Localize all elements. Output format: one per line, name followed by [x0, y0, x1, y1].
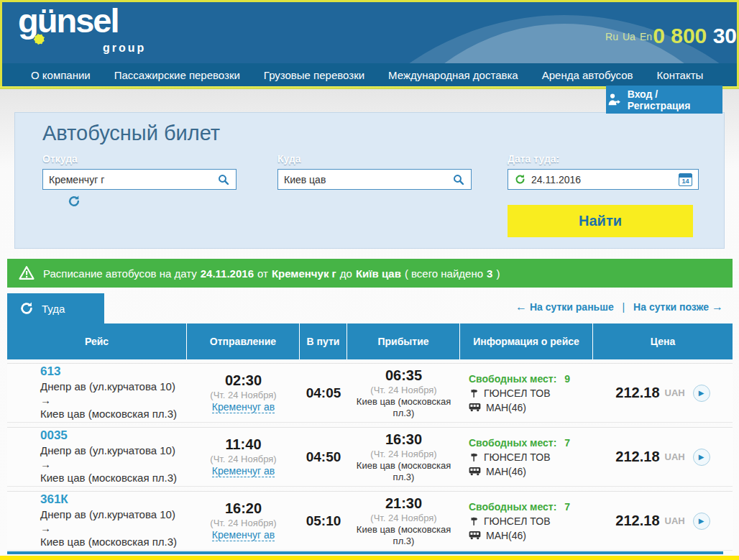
- search-submit-button[interactable]: Найти: [508, 205, 693, 237]
- tab-tuda[interactable]: Туда: [7, 293, 104, 323]
- arrival-time: 16:30: [385, 431, 422, 448]
- logo-globe-icon: [34, 34, 45, 45]
- phone-part-1: 0 800: [653, 24, 707, 47]
- flight-number-link[interactable]: 361К: [40, 492, 187, 507]
- table-row: 613 Днепр ав (ул.курчатова 10) → Киев ца…: [7, 363, 733, 423]
- next-day-arrow-icon[interactable]: →: [712, 300, 723, 313]
- seats-count: 9: [564, 373, 570, 385]
- header-arrival: Прибытие: [347, 323, 460, 359]
- bus-icon: [469, 531, 481, 540]
- to-input[interactable]: Киев цав: [277, 169, 472, 190]
- price-value: 212.18: [615, 385, 659, 401]
- from-label: Откуда: [42, 153, 78, 165]
- lang-ru-link[interactable]: Ru: [605, 31, 618, 42]
- banner-text-1: Расписание автобусов на дату: [43, 267, 197, 280]
- departure-time: 16:20: [225, 500, 262, 517]
- nav-item-passenger[interactable]: Пассажирские перевозки: [114, 69, 240, 81]
- expand-details-icon[interactable]: ▶: [693, 385, 710, 402]
- results-table-header: Рейс Отправление В пути Прибытие Информа…: [7, 323, 733, 359]
- flight-number-link[interactable]: 613: [40, 364, 187, 379]
- departure-station-link[interactable]: Кременчуг ав: [212, 465, 275, 477]
- carrier-name: ГЮНСЕЛ ТОВ: [484, 515, 551, 527]
- travel-duration: 04:50: [306, 449, 341, 465]
- banner-text-4: ( всего найдено: [405, 267, 483, 280]
- bus-model: МАН(46): [486, 402, 526, 413]
- table-bottom-divider: [7, 551, 723, 554]
- header-flight: Рейс: [7, 323, 187, 359]
- seats-count: 7: [564, 501, 570, 513]
- header-info: Информация о рейсе: [460, 323, 593, 359]
- date-input[interactable]: 24.11.2016 14: [508, 169, 699, 190]
- expand-details-icon[interactable]: ▶: [693, 449, 710, 466]
- page-top-border: [0, 0, 739, 2]
- route-line-2: Киев цав (московская пл.3): [40, 408, 187, 421]
- travel-duration: 04:05: [306, 385, 341, 401]
- lang-en-link[interactable]: En: [640, 31, 652, 42]
- arrival-date: (Чт. 24 Ноября): [370, 513, 436, 523]
- arrival-station: Киев цав (московская пл.3): [350, 460, 458, 482]
- price-currency: UAH: [665, 387, 685, 398]
- banner-to: Київ цав: [356, 267, 401, 280]
- date-value: 24.11.2016: [531, 174, 679, 185]
- departure-station-link[interactable]: Кременчуг ав: [212, 401, 275, 413]
- next-day-link[interactable]: На сутки позже: [633, 301, 709, 313]
- departure-date: (Чт. 24 Ноября): [210, 390, 276, 400]
- arrival-time: 21:30: [385, 495, 422, 512]
- departure-date: (Чт. 24 Ноября): [210, 518, 276, 528]
- bus-icon: [469, 467, 481, 476]
- seats-label: Свободных мест:: [469, 501, 556, 513]
- page: günsel group RuUaEn 0 800 30 О компании …: [0, 0, 739, 560]
- from-input[interactable]: Кременчуг г: [42, 169, 237, 190]
- login-register-button[interactable]: Вход / Регистрация: [606, 86, 722, 114]
- price-value: 212.18: [615, 449, 659, 465]
- masthead: günsel group RuUaEn 0 800 30: [0, 2, 739, 63]
- seats-count: 7: [564, 437, 570, 449]
- price-value: 212.18: [615, 513, 659, 529]
- bus-model: МАН(46): [486, 530, 526, 541]
- departure-station-link[interactable]: Кременчуг ав: [212, 529, 275, 541]
- ticket-search-panel: Автобусный билет Откуда Кременчуг г Куда…: [14, 112, 725, 249]
- expand-details-icon[interactable]: ▶: [693, 513, 710, 530]
- phone-number: 0 800 30: [653, 24, 737, 48]
- results-table-body: 613 Днепр ав (ул.курчатова 10) → Киев ца…: [7, 363, 733, 555]
- content: Вход / Регистрация Автобусный билет Отку…: [0, 89, 739, 556]
- prev-day-link[interactable]: На сутки раньше: [530, 301, 614, 313]
- price-currency: UAH: [665, 515, 685, 526]
- calendar-icon[interactable]: 14: [679, 173, 692, 186]
- lang-ua-link[interactable]: Ua: [623, 31, 635, 42]
- nav-item-about[interactable]: О компании: [31, 69, 91, 81]
- arrival-date: (Чт. 24 Ноября): [370, 385, 436, 395]
- header-duration: В пути: [300, 323, 347, 359]
- banner-text-5: ): [496, 267, 500, 280]
- language-switcher: RuUaEn: [601, 31, 652, 42]
- table-row: 361К Днепр ав (ул.курчатова 10) → Киев ц…: [7, 491, 733, 551]
- calendar-day: 14: [681, 178, 689, 185]
- nav-item-international[interactable]: Международная доставка: [388, 69, 518, 81]
- arrival-date: (Чт. 24 Ноября): [370, 449, 436, 459]
- logo-text: günsel: [18, 4, 118, 37]
- arrival-station: Киев цав (московская пл.3): [350, 524, 458, 546]
- nav-item-cargo[interactable]: Грузовые перевозки: [264, 69, 364, 81]
- nav-item-contacts[interactable]: Контакты: [657, 69, 704, 81]
- banner-text-3: до: [340, 267, 352, 280]
- tab-tuda-label: Туда: [42, 303, 65, 315]
- nav-item-rental[interactable]: Аренда автобусов: [542, 69, 633, 81]
- prev-day-arrow-icon[interactable]: ←: [515, 300, 527, 313]
- search-icon[interactable]: [217, 173, 230, 186]
- day-navigation: ← На сутки раньше | На сутки позже →: [515, 300, 723, 313]
- route-line-2: Киев цав (московская пл.3): [40, 472, 187, 485]
- flight-number-link[interactable]: 0035: [40, 428, 187, 443]
- table-row: 0035 Днепр ав (ул.курчатова 10) → Киев ц…: [7, 427, 733, 487]
- header-departure: Отправление: [187, 323, 300, 359]
- route-line-1: Днепр ав (ул.курчатова 10) →: [40, 380, 187, 408]
- refresh-date-icon[interactable]: [514, 173, 526, 185]
- banner-text-2: от: [257, 267, 268, 280]
- swap-stations-icon[interactable]: [67, 194, 81, 211]
- search-icon[interactable]: [452, 173, 465, 186]
- carrier-name: ГЮНСЕЛ ТОВ: [484, 451, 551, 463]
- logo[interactable]: günsel group: [18, 4, 118, 37]
- bus-icon: [469, 403, 481, 412]
- signpost-icon: [469, 516, 479, 526]
- to-value: Киев цав: [284, 174, 452, 185]
- header-price: Цена: [593, 323, 733, 359]
